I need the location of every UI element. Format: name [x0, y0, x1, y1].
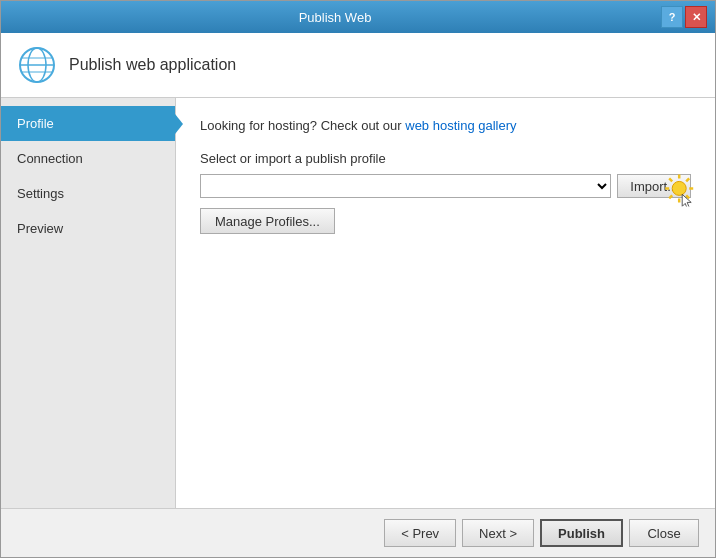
sidebar-item-preview-label: Preview: [17, 221, 63, 236]
header-area: Publish web application: [1, 33, 715, 98]
main-panel: Looking for hosting? Check out our web h…: [176, 98, 715, 508]
footer: < Prev Next > Publish Close: [1, 508, 715, 557]
globe-icon: [17, 45, 57, 85]
sidebar-item-settings[interactable]: Settings: [1, 176, 175, 211]
manage-profiles-row: Manage Profiles...: [200, 208, 691, 234]
help-button[interactable]: ?: [661, 6, 683, 28]
next-button[interactable]: Next >: [462, 519, 534, 547]
sidebar-item-profile-label: Profile: [17, 116, 54, 131]
publish-web-window: Publish Web ? ✕ Publish web application …: [0, 0, 716, 558]
header-title: Publish web application: [69, 56, 236, 74]
select-label: Select or import a publish profile: [200, 151, 691, 166]
sidebar-item-preview[interactable]: Preview: [1, 211, 175, 246]
sidebar-item-settings-label: Settings: [17, 186, 64, 201]
web-hosting-gallery-link[interactable]: web hosting gallery: [405, 118, 516, 133]
close-window-button[interactable]: ✕: [685, 6, 707, 28]
import-button[interactable]: Import...: [617, 174, 691, 198]
title-bar: Publish Web ? ✕: [1, 1, 715, 33]
sidebar-item-connection[interactable]: Connection: [1, 141, 175, 176]
sidebar-item-profile[interactable]: Profile: [1, 106, 175, 141]
hosting-text: Looking for hosting? Check out our: [200, 118, 405, 133]
close-button[interactable]: Close: [629, 519, 699, 547]
manage-profiles-button[interactable]: Manage Profiles...: [200, 208, 335, 234]
title-bar-controls: ? ✕: [661, 6, 707, 28]
hosting-line: Looking for hosting? Check out our web h…: [200, 118, 691, 133]
publish-button[interactable]: Publish: [540, 519, 623, 547]
profile-select[interactable]: [200, 174, 611, 198]
prev-button[interactable]: < Prev: [384, 519, 456, 547]
sidebar: Profile Connection Settings Preview: [1, 98, 176, 508]
sidebar-item-connection-label: Connection: [17, 151, 83, 166]
content-area: Profile Connection Settings Preview Look…: [1, 98, 715, 508]
window-title: Publish Web: [9, 10, 661, 25]
import-row: Import...: [200, 174, 691, 198]
